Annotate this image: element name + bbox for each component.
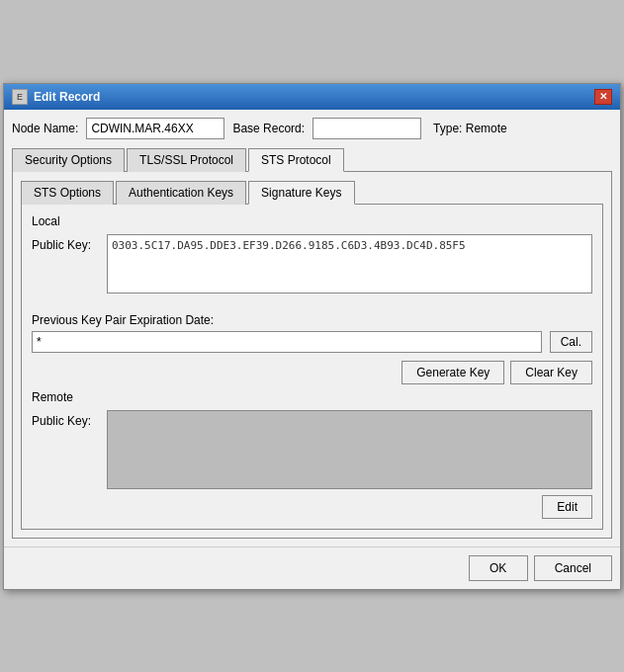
base-record-input[interactable] bbox=[312, 118, 421, 139]
sub-tab-sts-options[interactable]: STS Options bbox=[21, 181, 114, 205]
remote-section: Remote Public Key: Edit bbox=[32, 390, 592, 519]
sub-tab-auth-keys[interactable]: Authentication Keys bbox=[116, 181, 246, 205]
cal-button[interactable]: Cal. bbox=[550, 331, 592, 353]
generate-key-button[interactable]: Generate Key bbox=[401, 361, 504, 384]
window-title: Edit Record bbox=[34, 90, 100, 104]
footer-buttons: OK Cancel bbox=[4, 546, 620, 589]
tab-security-options[interactable]: Security Options bbox=[12, 148, 125, 172]
expiry-row: Cal. bbox=[32, 331, 592, 353]
action-row: Generate Key Clear Key bbox=[32, 361, 592, 384]
expiry-label: Previous Key Pair Expiration Date: bbox=[32, 313, 592, 327]
main-tabs: Security Options TLS/SSL Protocol STS Pr… bbox=[12, 147, 612, 172]
sub-tab-signature-keys[interactable]: Signature Keys bbox=[248, 181, 354, 205]
local-label: Local bbox=[32, 214, 592, 228]
edit-button[interactable]: Edit bbox=[542, 495, 592, 519]
edit-record-window: E Edit Record ✕ Node Name: Base Record: … bbox=[3, 83, 621, 590]
expiry-section: Previous Key Pair Expiration Date: Cal. bbox=[32, 313, 592, 353]
main-tab-content: STS Options Authentication Keys Signatur… bbox=[12, 172, 612, 539]
remote-public-key-label: Public Key: bbox=[32, 410, 101, 428]
node-name-input[interactable] bbox=[86, 118, 224, 139]
type-label: Type: Remote bbox=[433, 122, 507, 135]
title-bar: E Edit Record ✕ bbox=[4, 84, 620, 110]
close-button[interactable]: ✕ bbox=[594, 89, 612, 105]
remote-key-box bbox=[107, 410, 592, 489]
tab-sts-protocol[interactable]: STS Protocol bbox=[248, 148, 344, 172]
cancel-button[interactable]: Cancel bbox=[534, 555, 612, 581]
remote-label: Remote bbox=[32, 390, 592, 404]
sub-tabs: STS Options Authentication Keys Signatur… bbox=[21, 180, 603, 205]
local-public-key-label: Public Key: bbox=[32, 234, 101, 252]
node-name-label: Node Name: bbox=[12, 122, 78, 135]
header-row: Node Name: Base Record: Type: Remote bbox=[12, 118, 612, 139]
local-public-key-row: Public Key: bbox=[32, 234, 592, 294]
clear-key-button[interactable]: Clear Key bbox=[510, 361, 592, 384]
local-public-key-textarea[interactable] bbox=[107, 234, 592, 294]
window-icon: E bbox=[12, 89, 28, 105]
ok-button[interactable]: OK bbox=[469, 555, 528, 581]
edit-row: Edit bbox=[32, 495, 592, 519]
expiry-input[interactable] bbox=[32, 331, 542, 353]
remote-public-key-row: Public Key: bbox=[32, 410, 592, 489]
base-record-label: Base Record: bbox=[232, 122, 305, 135]
sub-tab-content: Local Public Key: Previous Key Pair Expi… bbox=[21, 205, 603, 530]
tab-tls-ssl[interactable]: TLS/SSL Protocol bbox=[127, 148, 246, 172]
